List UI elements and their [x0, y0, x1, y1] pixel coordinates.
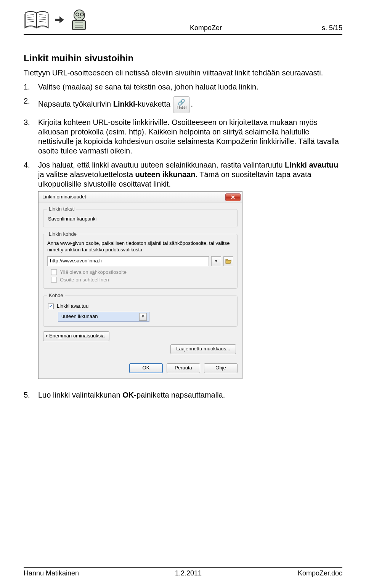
- target-instructions: Anna www-sivun osoite, paikallisen tiedo…: [47, 240, 233, 253]
- header-rule: [24, 34, 342, 35]
- section-intro: Tiettyyn URL-osoitteeseen eli netissä ol…: [24, 68, 342, 78]
- link-opens-checkbox-row: ✔ Linkki avautuu: [48, 303, 233, 309]
- dialog-button-row: OK Peruuta Ohje: [39, 360, 242, 379]
- arrow-icon: [55, 16, 64, 23]
- close-button[interactable]: [225, 193, 241, 201]
- link-text-value: Savonlinnan kaupunki: [47, 215, 233, 223]
- reader-icon: [68, 8, 90, 32]
- step-4: 4. Jos haluat, että linkki avautuu uutee…: [24, 160, 342, 386]
- step-2: 2. Napsauta työkalurivin Linkki-kuvakett…: [24, 96, 342, 113]
- relative-checkbox-label: Osoite on suhteellinen: [60, 277, 109, 283]
- footer-filename: KompoZer.doc: [298, 569, 342, 577]
- group-kohde: Kohde ✔ Linkki avautuu uuteen ikkunaan ▼: [43, 292, 238, 327]
- content: Linkit muihin sivustoihin Tiettyyn URL-o…: [24, 53, 342, 400]
- advanced-edit-button[interactable]: Laajennettu muokkaus...: [170, 344, 236, 354]
- step-3: 3. Kirjoita kohteen URL-osoite linkkiriv…: [24, 118, 342, 156]
- relative-checkbox: [51, 277, 57, 283]
- url-input[interactable]: http://www.savonlinna.fi: [47, 256, 209, 266]
- more-properties-button[interactable]: ▾Enemmän ominaisuuksia: [43, 331, 109, 341]
- step-5: 5. Luo linkki valintaikkunan OK-painiket…: [24, 390, 342, 400]
- dialog-title: Linkin ominaisuudet: [42, 194, 86, 200]
- close-icon: [231, 195, 235, 199]
- relative-checkbox-row: Osoite on suhteellinen: [51, 277, 233, 283]
- link-opens-label: Linkki avautuu: [57, 303, 88, 309]
- footer-date: 1.2.2011: [175, 569, 202, 577]
- email-checkbox-row: Yllä oleva on sähköpostiosoite: [51, 269, 233, 275]
- folder-open-icon: [225, 259, 231, 264]
- page-header: KompoZer s. 5/15: [24, 8, 342, 34]
- link-icon: 🔗: [178, 99, 185, 105]
- footer-rule: [24, 567, 342, 568]
- step-1: 1. Valitse (maalaa) se sana tai tekstin …: [24, 82, 342, 92]
- dialog-titlebar: Linkin ominaisuudet: [39, 192, 242, 203]
- url-dropdown-button[interactable]: ▼: [211, 256, 221, 266]
- chevron-down-icon: ▼: [139, 313, 147, 321]
- link-opens-checkbox[interactable]: ✔: [48, 304, 54, 309]
- linkki-toolbar-button: 🔗Linkki: [173, 96, 190, 113]
- ordered-steps: 1. Valitse (maalaa) se sana tai tekstin …: [24, 82, 342, 400]
- email-checkbox-label: Yllä oleva on sähköpostiosoite: [60, 269, 127, 275]
- email-checkbox: [51, 269, 57, 275]
- browse-button[interactable]: [223, 256, 233, 266]
- header-illustration: [24, 8, 90, 32]
- group-link-target: Linkin kohde Anna www-sivun osoite, paik…: [43, 231, 238, 289]
- group-link-text: Linkin teksti Savonlinnan kaupunki: [43, 206, 238, 227]
- page-footer: Hannu Matikainen 1.2.2011 KompoZer.doc: [24, 567, 342, 577]
- target-window-select[interactable]: uuteen ikkunaan ▼: [58, 312, 149, 322]
- book-icon: [24, 8, 51, 31]
- footer-author: Hannu Matikainen: [24, 569, 79, 577]
- cancel-button[interactable]: Peruuta: [167, 363, 200, 373]
- help-button[interactable]: Ohje: [204, 363, 238, 373]
- chevron-down-icon: ▼: [214, 259, 218, 264]
- page-number: s. 5/15: [322, 24, 342, 32]
- triangle-icon: ▾: [46, 334, 48, 338]
- section-heading: Linkit muihin sivustoihin: [24, 53, 342, 64]
- doc-title: KompoZer: [190, 24, 222, 32]
- link-properties-dialog: Linkin ominaisuudet Linkin teksti Savonl…: [38, 191, 242, 379]
- ok-button[interactable]: OK: [129, 363, 163, 373]
